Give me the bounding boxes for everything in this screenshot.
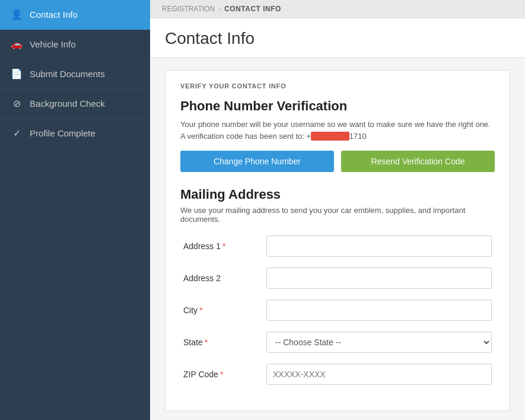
page-title-bar: Contact Info xyxy=(150,18,525,58)
mailing-address-title: Mailing Address xyxy=(180,187,495,202)
change-phone-button[interactable]: Change Phone Number xyxy=(180,151,334,172)
person-icon: 👤 xyxy=(11,9,23,20)
state-group: State* -- Choose State -- Alabama Alaska… xyxy=(180,332,495,353)
city-required: * xyxy=(199,306,202,315)
zipcode-group: ZIP Code* xyxy=(180,364,495,385)
sidebar-item-label: Profile Complete xyxy=(30,128,96,138)
state-required: * xyxy=(205,338,208,347)
city-group: City* xyxy=(180,300,495,321)
zipcode-required: * xyxy=(220,370,223,379)
address2-group: Address 2 xyxy=(180,268,495,289)
section-label: VERIFY YOUR CONTACT INFO xyxy=(180,82,495,90)
main-content: REGISTRATION › CONTACT INFO Contact Info… xyxy=(150,0,525,420)
sidebar: 👤 Contact Info 🚗 Vehicle Info 📄 Submit D… xyxy=(0,0,150,420)
page-title: Contact Info xyxy=(165,29,510,48)
content-area: VERIFY YOUR CONTACT INFO Phone Number Ve… xyxy=(150,58,525,420)
verification-buttons: Change Phone Number Resend Verification … xyxy=(180,151,495,172)
breadcrumb-current: CONTACT INFO xyxy=(224,5,281,13)
address1-input[interactable] xyxy=(266,236,492,257)
check-circle-icon: ⊘ xyxy=(11,98,23,109)
address1-group: Address 1* xyxy=(180,236,495,257)
sidebar-item-contact-info[interactable]: 👤 Contact Info xyxy=(0,0,150,30)
state-select[interactable]: -- Choose State -- Alabama Alaska Arizon… xyxy=(266,332,492,353)
sidebar-item-vehicle-info[interactable]: 🚗 Vehicle Info xyxy=(0,30,150,59)
car-icon: 🚗 xyxy=(11,39,23,50)
phone-suffix: 1710 xyxy=(349,132,367,141)
sidebar-item-label: Submit Documents xyxy=(30,69,105,79)
sidebar-item-label: Background Check xyxy=(30,98,105,109)
state-label: State* xyxy=(183,338,266,347)
sidebar-item-label: Contact Info xyxy=(30,9,78,20)
breadcrumb: REGISTRATION › CONTACT INFO xyxy=(150,0,525,18)
mailing-description: We use your mailing address to send you … xyxy=(180,206,495,224)
address2-input[interactable] xyxy=(266,268,492,289)
phone-description: Your phone number will be your username … xyxy=(180,119,495,142)
city-input[interactable] xyxy=(266,300,492,321)
zipcode-input[interactable] xyxy=(266,364,492,385)
zipcode-label: ZIP Code* xyxy=(183,370,266,379)
address1-label: Address 1* xyxy=(183,241,266,251)
phone-redacted: XXXXXXX xyxy=(311,132,349,141)
sidebar-item-background-check[interactable]: ⊘ Background Check xyxy=(0,89,150,119)
city-label: City* xyxy=(183,306,266,315)
address1-required: * xyxy=(222,241,225,251)
address2-label: Address 2 xyxy=(183,273,266,283)
breadcrumb-separator: › xyxy=(218,5,221,13)
breadcrumb-parent: REGISTRATION xyxy=(162,5,215,13)
resend-verification-button[interactable]: Resend Verification Code xyxy=(341,151,495,172)
sidebar-item-profile-complete[interactable]: ✓ Profile Complete xyxy=(0,119,150,148)
document-icon: 📄 xyxy=(11,68,23,79)
section-box: VERIFY YOUR CONTACT INFO Phone Number Ve… xyxy=(165,70,510,411)
sidebar-item-submit-documents[interactable]: 📄 Submit Documents xyxy=(0,59,150,89)
checkmark-icon: ✓ xyxy=(11,128,23,139)
phone-verification-title: Phone Number Verification xyxy=(180,98,495,114)
sidebar-item-label: Vehicle Info xyxy=(30,39,76,49)
